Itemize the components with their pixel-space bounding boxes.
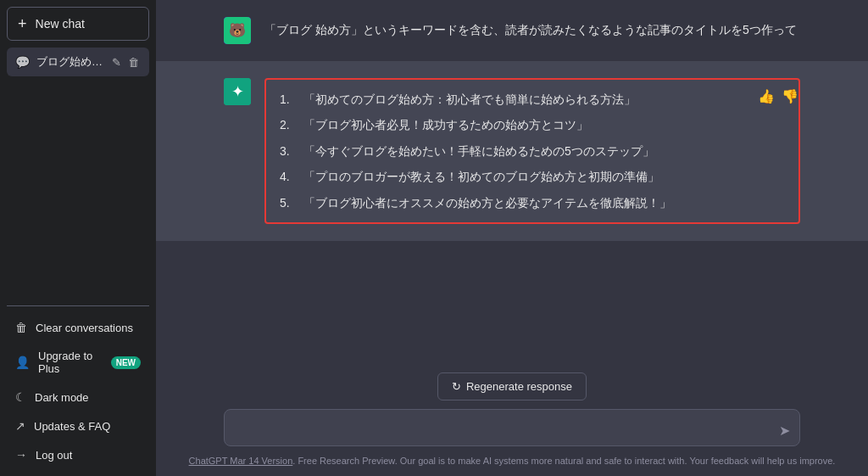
response-item-3: 「今すぐブログを始めたい！手軽に始めるための5つのステップ」 — [303, 142, 654, 160]
response-item-4: 「プロのブロガーが教える！初めてのブログ始め方と初期の準備」 — [303, 167, 659, 186]
conv-action-buttons: ✎ 🗑 — [110, 55, 141, 70]
user-message-inner: 🐻 「ブログ 始め方」というキーワードを含む、読者が読みたくなるような記事のタイ… — [224, 17, 800, 44]
dark-mode-label: Dark mode — [35, 391, 89, 404]
new-chat-label: New chat — [36, 17, 85, 31]
updates-faq-button[interactable]: ↗ Updates & FAQ — [7, 412, 149, 440]
ai-message-wrap: ✦ 1. 「初めてのブログ始め方：初心者でも簡単に始められる方法」 2. 「 — [156, 61, 868, 241]
logout-icon: → — [15, 448, 27, 462]
sidebar-bottom: 🗑 Clear conversations 👤 Upgrade to Plus … — [7, 305, 149, 469]
updates-faq-label: Updates & FAQ — [34, 420, 110, 433]
thumbs-up-button[interactable]: 👍 — [756, 87, 776, 106]
gpt-avatar-svg: ✦ — [224, 78, 251, 105]
list-item: 5. 「ブログ初心者にオススメの始め方と必要なアイテムを徹底解説！」 — [280, 193, 785, 212]
clear-conversations-button[interactable]: 🗑 Clear conversations — [7, 313, 149, 342]
sidebar-item-conv-1[interactable]: 💬 ブログ始め方のアドバ ✎ 🗑 — [7, 48, 149, 76]
trash-icon: 🗑 — [15, 321, 27, 334]
new-chat-button[interactable]: + New chat — [7, 7, 149, 41]
list-item: 2. 「ブログ初心者必見！成功するための始め方とコツ」 — [280, 115, 785, 134]
sidebar: + New chat 💬 ブログ始め方のアドバ ✎ 🗑 🗑 Clear conv… — [0, 0, 156, 476]
regenerate-icon: ↻ — [452, 380, 461, 393]
input-wrap: ➤ — [224, 409, 800, 449]
user-avatar: 🐻 — [224, 17, 251, 44]
feedback-buttons: 👍 👎 — [756, 87, 800, 106]
user-message-wrap: 🐻 「ブログ 始め方」というキーワードを含む、読者が読みたくなるような記事のタイ… — [156, 0, 868, 61]
ai-message-inner: ✦ 1. 「初めてのブログ始め方：初心者でも簡単に始められる方法」 2. 「 — [224, 78, 800, 224]
list-item: 3. 「今すぐブログを始めたい！手軽に始めるための5つのステップ」 — [280, 142, 785, 160]
regenerate-label: Regenerate response — [466, 380, 572, 393]
response-list: 1. 「初めてのブログ始め方：初心者でも簡単に始められる方法」 2. 「ブログ初… — [280, 90, 785, 212]
footer-link[interactable]: ChatGPT Mar 14 Version — [189, 456, 293, 466]
chat-area: 🐻 「ブログ 始め方」というキーワードを含む、読者が読みたくなるような記事のタイ… — [156, 0, 868, 362]
list-item: 4. 「プロのブロガーが教える！初めてのブログ始め方と初期の準備」 — [280, 167, 785, 186]
moon-icon: ☾ — [15, 390, 26, 404]
upgrade-label: Upgrade to Plus — [38, 350, 99, 375]
response-item-5: 「ブログ初心者にオススメの始め方と必要なアイテムを徹底解説！」 — [303, 193, 671, 212]
input-area: ↻ Regenerate response ➤ ChatGPT Mar 14 V… — [156, 362, 868, 476]
delete-conv-button[interactable]: 🗑 — [126, 55, 141, 70]
thumbs-down-button[interactable]: 👎 — [780, 87, 800, 106]
svg-text:🐻: 🐻 — [229, 22, 246, 38]
edit-conv-button[interactable]: ✎ — [110, 55, 123, 70]
regenerate-button[interactable]: ↻ Regenerate response — [437, 372, 587, 400]
list-item: 1. 「初めてのブログ始め方：初心者でも簡単に始められる方法」 — [280, 90, 785, 109]
regenerate-wrap: ↻ Regenerate response — [173, 372, 851, 400]
log-out-label: Log out — [36, 449, 72, 462]
user-message-text: 「ブログ 始め方」というキーワードを含む、読者が読みたくなるような記事のタイトル… — [264, 17, 800, 39]
response-item-1: 「初めてのブログ始め方：初心者でも簡単に始められる方法」 — [303, 90, 636, 109]
external-link-icon: ↗ — [15, 419, 25, 433]
user-icon: 👤 — [15, 356, 30, 369]
user-avatar-svg: 🐻 — [224, 17, 251, 44]
conversation-title: ブログ始め方のアドバ — [36, 54, 103, 70]
upgrade-to-plus-button[interactable]: 👤 Upgrade to Plus NEW — [7, 342, 149, 383]
gpt-avatar: ✦ — [224, 78, 251, 105]
dark-mode-button[interactable]: ☾ Dark mode — [7, 383, 149, 412]
chat-input[interactable] — [224, 409, 800, 446]
svg-text:✦: ✦ — [231, 83, 244, 100]
response-item-2: 「ブログ初心者必見！成功するための始め方とコツ」 — [303, 115, 588, 134]
footer-text: ChatGPT Mar 14 Version. Free Research Pr… — [173, 456, 851, 469]
plus-icon: + — [18, 16, 27, 31]
chat-icon: 💬 — [15, 55, 30, 69]
main-content: 🐻 「ブログ 始め方」というキーワードを含む、読者が読みたくなるような記事のタイ… — [156, 0, 868, 476]
footer-description: . Free Research Preview. Our goal is to … — [292, 456, 835, 466]
log-out-button[interactable]: → Log out — [7, 440, 149, 469]
clear-conversations-label: Clear conversations — [36, 322, 133, 334]
new-badge: NEW — [111, 356, 141, 369]
send-button[interactable]: ➤ — [777, 421, 792, 440]
ai-response-container: 1. 「初めてのブログ始め方：初心者でも簡単に始められる方法」 2. 「ブログ初… — [264, 78, 800, 224]
response-box: 1. 「初めてのブログ始め方：初心者でも簡単に始められる方法」 2. 「ブログ初… — [264, 78, 800, 224]
